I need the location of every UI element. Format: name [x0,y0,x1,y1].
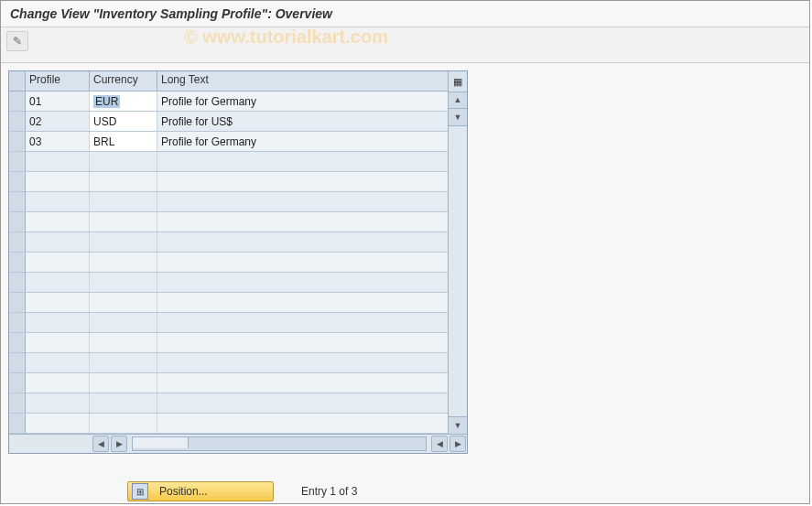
cell-empty[interactable] [157,393,448,413]
table-row-empty[interactable] [9,393,448,414]
cell-empty[interactable] [157,373,448,393]
cell-currency[interactable]: USD [90,112,157,131]
table-row[interactable]: 02USDProfile for US$ [9,112,448,132]
cell-empty[interactable] [26,293,90,312]
scroll-left-end-button[interactable]: ◀ [431,436,448,452]
row-selector[interactable] [9,414,26,433]
cell-empty[interactable] [90,273,157,292]
table-row[interactable]: 01EURProfile for Germany [9,92,448,112]
cell-currency[interactable]: BRL [90,132,157,151]
cell-empty[interactable] [26,373,90,393]
table-row-empty[interactable] [9,212,448,232]
cell-empty[interactable] [157,253,448,272]
row-selector[interactable] [9,212,26,231]
cell-empty[interactable] [26,393,90,413]
cell-empty[interactable] [26,172,90,191]
configure-columns-button[interactable]: ▦ [448,71,467,92]
cell-empty[interactable] [90,253,157,272]
table-row-empty[interactable] [9,152,448,172]
row-selector[interactable] [9,172,26,191]
cell-empty[interactable] [26,232,90,252]
edit-icon[interactable]: ✎ [6,31,28,51]
cell-empty[interactable] [26,192,90,211]
scroll-right-step-button[interactable]: ▶ [111,436,127,452]
table-row-empty[interactable] [9,414,448,434]
row-selector[interactable] [9,333,26,352]
scroll-thumb[interactable] [133,437,189,448]
cell-empty[interactable] [157,232,448,252]
table-row-empty[interactable] [9,232,448,253]
cell-empty[interactable] [90,333,157,352]
cell-empty[interactable] [26,253,90,272]
cell-empty[interactable] [26,212,90,231]
cell-empty[interactable] [26,273,90,292]
cell-profile[interactable]: 03 [26,132,90,151]
cell-empty[interactable] [157,152,448,171]
table-row-empty[interactable] [9,373,448,393]
cell-empty[interactable] [157,172,448,191]
table-row-empty[interactable] [9,293,448,313]
table-row-empty[interactable] [9,253,448,273]
row-selector[interactable] [9,353,26,372]
table-row-empty[interactable] [9,353,448,373]
scroll-right-end-button[interactable]: ▶ [449,436,466,452]
cell-profile[interactable]: 02 [26,112,90,131]
row-selector[interactable] [9,232,26,252]
column-header-currency[interactable]: Currency [90,71,157,92]
row-selector[interactable] [9,373,26,393]
cell-currency[interactable]: EUR [90,92,157,111]
cell-long-text[interactable]: Profile for Germany [157,132,448,151]
row-selector[interactable] [9,132,26,151]
cell-empty[interactable] [26,152,90,171]
horizontal-scrollbar[interactable]: ◀ ▶ ◀ ▶ [9,434,467,453]
cell-empty[interactable] [90,152,157,171]
cell-empty[interactable] [157,192,448,211]
cell-empty[interactable] [90,232,157,252]
row-selector[interactable] [9,152,26,171]
row-selector[interactable] [9,273,26,292]
cell-empty[interactable] [26,353,90,372]
column-header-long-text[interactable]: Long Text [157,71,448,92]
cell-empty[interactable] [90,313,157,332]
row-selector[interactable] [9,192,26,211]
table-row-empty[interactable] [9,313,448,333]
column-header-profile[interactable]: Profile [26,71,90,92]
cell-empty[interactable] [26,313,90,332]
cell-long-text[interactable]: Profile for Germany [157,92,448,111]
row-selector[interactable] [9,92,26,111]
row-selector[interactable] [9,393,26,413]
cell-empty[interactable] [157,273,448,292]
cell-empty[interactable] [157,414,448,433]
row-selector[interactable] [9,112,26,131]
cell-empty[interactable] [90,172,157,191]
row-selector[interactable] [9,253,26,272]
table-row-empty[interactable] [9,333,448,353]
cell-empty[interactable] [90,414,157,433]
cell-empty[interactable] [26,333,90,352]
scroll-left-button[interactable]: ◀ [92,436,109,452]
cell-long-text[interactable]: Profile for US$ [157,112,448,131]
table-row-empty[interactable] [9,192,448,212]
scroll-down-end-button[interactable]: ▼ [449,416,467,434]
table-row[interactable]: 03BRLProfile for Germany [9,132,448,152]
cell-profile[interactable]: 01 [26,92,90,111]
cell-empty[interactable] [157,333,448,352]
cell-empty[interactable] [26,414,90,433]
row-selector[interactable] [9,293,26,312]
table-row-empty[interactable] [9,172,448,192]
cell-empty[interactable] [157,313,448,332]
cell-empty[interactable] [90,373,157,393]
vertical-scrollbar[interactable]: ▲ ▼ ▼ [448,92,467,434]
cell-empty[interactable] [157,212,448,231]
cell-empty[interactable] [90,293,157,312]
cell-empty[interactable] [90,212,157,231]
cell-empty[interactable] [157,293,448,312]
position-button[interactable]: ⊞ Position... [127,481,274,501]
row-selector-header[interactable] [9,71,26,92]
table-row-empty[interactable] [9,273,448,293]
scroll-track[interactable] [132,436,427,451]
row-selector[interactable] [9,313,26,332]
cell-empty[interactable] [90,393,157,413]
scroll-up-button[interactable]: ▲ [449,92,467,109]
cell-empty[interactable] [157,353,448,372]
